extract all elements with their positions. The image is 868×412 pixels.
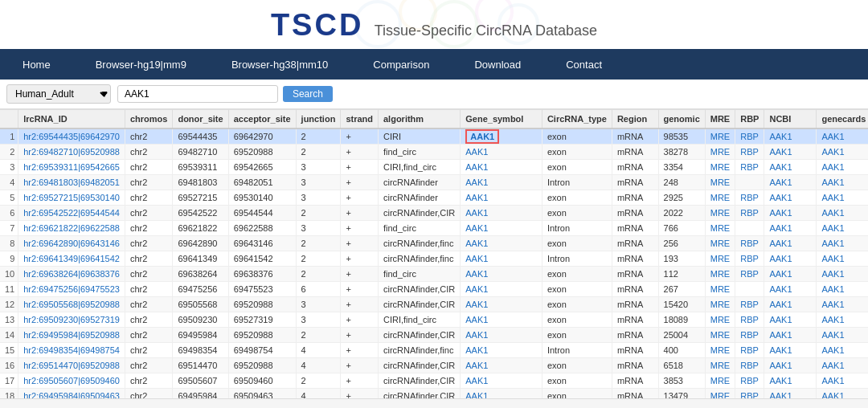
table-row[interactable]: 2hr2:69482710|69520988chr269482710695209… [0,145,868,160]
cell-mre: MRE [705,358,735,373]
table-row[interactable]: 17hr2:69505607|69509460chr26950560769509… [0,373,868,389]
cell-num: 8 [0,236,18,251]
cell-chr: chr2 [125,297,172,312]
cell-acceptor: 69509460 [228,373,296,389]
cell-junction: 2 [296,267,341,282]
cell-num: 18 [0,389,18,399]
cell-rbp: RBP [735,236,764,251]
cell-genecards: AAK1 [817,328,868,343]
cell-id: hr2:69475256|69475523 [18,282,125,297]
cell-chr: chr2 [125,282,172,297]
cell-region: mRNA [612,206,658,221]
table-row[interactable]: 16hr2:69514470|69520988chr26951447069520… [0,358,868,373]
cell-type: exon [542,236,612,251]
cell-id: hr2:69495984|69520988 [18,328,125,343]
search-input[interactable] [117,85,278,103]
table-row[interactable]: 10hr2:69638264|69638376chr26963826469638… [0,267,868,282]
cell-genecards: AAK1 [817,175,868,190]
cell-donor: 69481803 [173,175,228,190]
table-row[interactable]: 6hr2:69542522|69544544chr269542522695445… [0,206,868,221]
cell-type: exon [542,128,612,145]
table-row[interactable]: 13hr2:69509230|69527319chr26950923069527… [0,312,868,328]
cell-strand: + [341,251,379,267]
cell-genecards: AAK1 [817,206,868,221]
cell-genecards: AAK1 [817,358,868,373]
cell-num: 7 [0,221,18,236]
cell-acceptor: 69498754 [228,343,296,358]
cell-chr: chr2 [125,175,172,190]
cell-ncbi: AAK1 [764,343,817,358]
cell-ncbi: AAK1 [764,312,817,328]
cell-genomic: 2022 [658,206,705,221]
cell-rbp: RBP [735,145,764,160]
nav-contact[interactable]: Contact [543,49,624,80]
cell-rbp [735,221,764,236]
nav-comparison[interactable]: Comparison [350,49,452,80]
col-circRNA_type: CircRNA_type [542,110,612,128]
cell-donor: 69509230 [173,312,228,328]
cell-genecards: AAK1 [817,236,868,251]
cell-donor: 69514470 [173,358,228,373]
cell-mre: MRE [705,389,735,399]
cell-genecards: AAK1 [817,128,868,145]
cell-chr: chr2 [125,358,172,373]
nav-home[interactable]: Home [0,49,73,80]
cell-ncbi: AAK1 [764,373,817,389]
cell-num: 12 [0,297,18,312]
cell-chr: chr2 [125,190,172,206]
cell-gene: AAK1 [461,267,542,282]
nav-download[interactable]: Download [452,49,543,80]
cell-gene: AAK1 [461,236,542,251]
cell-mre: MRE [705,236,735,251]
cell-gene: AAK1 [461,251,542,267]
cell-rbp: RBP [735,128,764,145]
cell-gene: AAK1 [461,160,542,175]
table-row[interactable]: 7hr2:69621822|69622588chr269621822696225… [0,221,868,236]
cell-mre: MRE [705,190,735,206]
table-row[interactable]: 14hr2:69495984|69520988chr26949598469520… [0,328,868,343]
cell-type: exon [542,190,612,206]
cell-region: mRNA [612,175,658,190]
cell-ncbi: AAK1 [764,251,817,267]
cell-num: 3 [0,160,18,175]
table-row[interactable]: 9hr2:69641349|69641542chr269641349696415… [0,251,868,267]
table-row[interactable]: 8hr2:69642890|69643146chr269642890696431… [0,236,868,251]
cell-genomic: 248 [658,175,705,190]
cell-acceptor: 69544544 [228,206,296,221]
cell-donor: 69621822 [173,221,228,236]
cell-gene: AAK1 [461,145,542,160]
cell-rbp: RBP [735,343,764,358]
cell-acceptor: 69509463 [228,389,296,399]
table-row[interactable]: 3hr2:69539311|69542665chr269539311695426… [0,160,868,175]
species-select[interactable]: Human_Adult Human_Fetal Mouse_Adult Mous… [6,84,111,104]
cell-acceptor: 69527319 [228,312,296,328]
table-row[interactable]: 5hr2:69527215|69530140chr269527215695301… [0,190,868,206]
cell-strand: + [341,343,379,358]
table-row[interactable]: 18hr2:69495984|69509463chr26949598469509… [0,389,868,399]
cell-algorithm: circRNAfinder,CIR [379,373,461,389]
cell-junction: 2 [296,206,341,221]
table-row[interactable]: 4hr2:69481803|69482051chr269481803694820… [0,175,868,190]
cell-genecards: AAK1 [817,373,868,389]
cell-mre: MRE [705,221,735,236]
cell-algorithm: find_circ [379,221,461,236]
cell-type: exon [542,358,612,373]
cell-ncbi: AAK1 [764,175,817,190]
cell-junction: 2 [296,328,341,343]
cell-num: 10 [0,267,18,282]
cell-strand: + [341,312,379,328]
cell-region: mRNA [612,221,658,236]
cell-acceptor: 69642970 [228,128,296,145]
cell-genomic: 18089 [658,312,705,328]
search-button[interactable]: Search [283,86,333,102]
cell-strand: + [341,328,379,343]
nav-browser-hg19[interactable]: Browser-hg19|mm9 [73,49,209,80]
table-row[interactable]: 11hr2:69475256|69475523chr26947525669475… [0,282,868,297]
nav-browser-hg38[interactable]: Browser-hg38|mm10 [209,49,350,80]
cell-gene: AAK1 [461,128,542,145]
cell-id: hr2:69481803|69482051 [18,175,125,190]
table-row[interactable]: 15hr2:69498354|69498754chr26949835469498… [0,343,868,358]
cell-chr: chr2 [125,312,172,328]
table-row[interactable]: 12hr2:69505568|69520988chr26950556869520… [0,297,868,312]
table-row[interactable]: 1hr2:69544435|69642970chr269544435696429… [0,128,868,145]
